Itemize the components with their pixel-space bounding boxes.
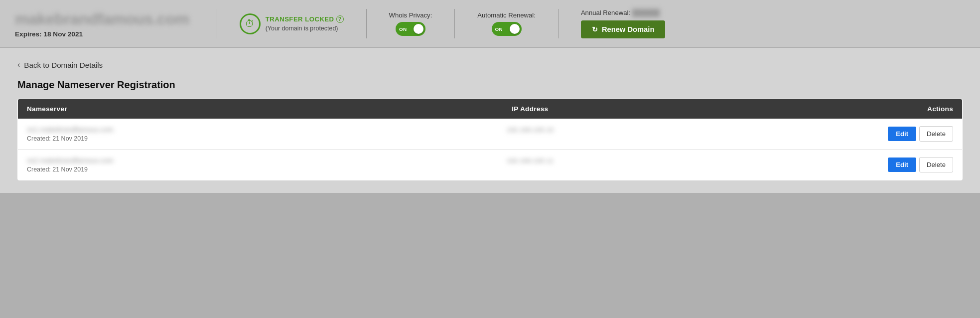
back-link[interactable]: ‹ Back to Domain Details — [17, 60, 963, 69]
lock-icon: ⏱ — [240, 13, 261, 34]
header-bar: makebrandfamous.com Expires: 18 Nov 2021… — [0, 0, 980, 48]
ip-cell: 192.168.100.11 — [409, 150, 651, 180]
col-nameserver: Nameserver — [18, 99, 409, 119]
ip-address: 192.168.100.11 — [507, 157, 554, 164]
ns-name: ns1.makebrandfamous.com — [27, 126, 400, 134]
annual-renewal-section: Annual Renewal: ██████ ↻ Renew Domain — [571, 9, 676, 38]
table-row: ns1.makebrandfamous.comCreated: 21 Nov 2… — [18, 119, 963, 150]
section-title: Manage Nameserver Registration — [17, 79, 963, 91]
automatic-renewal-section: Automatic Renewal: ON — [467, 11, 546, 36]
ns-created: Created: 21 Nov 2019 — [27, 166, 400, 173]
transfer-locked-subtitle: (Your domain is protected) — [266, 25, 344, 32]
table-header: Nameserver IP Address Actions — [18, 99, 963, 119]
transfer-locked-text: TRANSFER LOCKED ? (Your domain is protec… — [266, 15, 344, 32]
ns-cell: ns1.makebrandfamous.comCreated: 21 Nov 2… — [18, 119, 409, 150]
table-row: ns2.makebrandfamous.comCreated: 21 Nov 2… — [18, 150, 963, 180]
divider-1 — [217, 9, 217, 38]
whois-toggle-on-label: ON — [399, 26, 407, 32]
domain-expires: Expires: 18 Nov 2021 — [15, 30, 189, 38]
back-link-label: Back to Domain Details — [24, 61, 103, 69]
ns-name: ns2.makebrandfamous.com — [27, 157, 400, 164]
ns-created: Created: 21 Nov 2019 — [27, 135, 400, 142]
actions-cell: EditDelete — [651, 119, 962, 150]
back-chevron-icon: ‹ — [17, 60, 20, 69]
divider-4 — [558, 9, 559, 38]
whois-privacy-toggle[interactable]: ON — [396, 22, 425, 36]
nameserver-table: Nameserver IP Address Actions ns1.makebr… — [17, 99, 963, 180]
divider-2 — [366, 9, 367, 38]
auto-toggle-knob — [510, 24, 520, 34]
domain-info: makebrandfamous.com Expires: 18 Nov 2021 — [15, 10, 204, 38]
divider-3 — [454, 9, 455, 38]
expires-date: 18 Nov 2021 — [43, 30, 83, 38]
edit-button-1[interactable]: Edit — [888, 127, 916, 141]
help-icon[interactable]: ? — [336, 15, 344, 23]
automatic-renewal-label: Automatic Renewal: — [477, 11, 536, 19]
auto-toggle-on-label: ON — [495, 26, 503, 32]
ip-address: 192.168.100.10 — [507, 126, 554, 134]
ns-cell: ns2.makebrandfamous.comCreated: 21 Nov 2… — [18, 150, 409, 180]
edit-button-2[interactable]: Edit — [888, 158, 916, 172]
whois-privacy-section: Whois Privacy: ON — [379, 11, 442, 36]
automatic-renewal-toggle[interactable]: ON — [492, 22, 522, 36]
main-content: ‹ Back to Domain Details Manage Nameserv… — [0, 48, 980, 193]
expires-label: Expires: — [15, 30, 42, 38]
transfer-locked-title: TRANSFER LOCKED ? — [266, 15, 344, 23]
ip-cell: 192.168.100.10 — [409, 119, 651, 150]
transfer-locked-section: ⏱ TRANSFER LOCKED ? (Your domain is prot… — [230, 13, 354, 34]
annual-renewal-price: ██████ — [632, 9, 660, 16]
renew-domain-label: Renew Domain — [602, 25, 655, 33]
whois-toggle-knob — [414, 24, 423, 34]
actions-cell: EditDelete — [651, 150, 962, 180]
transfer-locked-widget: ⏱ TRANSFER LOCKED ? (Your domain is prot… — [240, 13, 344, 34]
domain-name: makebrandfamous.com — [15, 10, 189, 28]
annual-renewal-label: Annual Renewal: ██████ — [581, 9, 660, 16]
whois-privacy-label: Whois Privacy: — [389, 11, 432, 19]
delete-button-2[interactable]: Delete — [919, 157, 953, 172]
col-actions: Actions — [651, 99, 962, 119]
delete-button-1[interactable]: Delete — [919, 126, 953, 142]
table-body: ns1.makebrandfamous.comCreated: 21 Nov 2… — [18, 119, 963, 180]
renew-domain-button[interactable]: ↻ Renew Domain — [581, 20, 666, 38]
refresh-icon: ↻ — [592, 25, 598, 33]
col-ip-address: IP Address — [409, 99, 651, 119]
